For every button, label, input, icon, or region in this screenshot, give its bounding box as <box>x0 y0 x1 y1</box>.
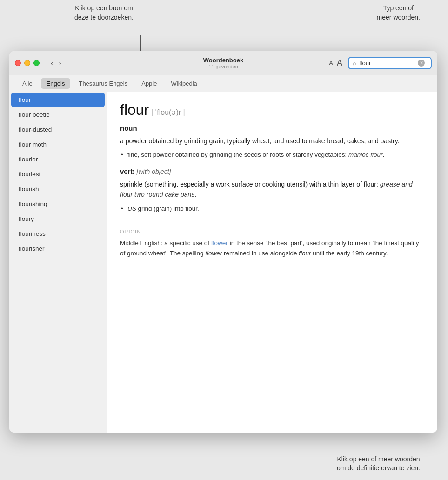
sidebar-item-flour[interactable]: flour <box>11 93 105 107</box>
work-surface-link[interactable]: work surface <box>216 180 253 188</box>
us-label: US <box>127 205 136 212</box>
back-button[interactable]: ‹ <box>49 58 55 68</box>
tab-alle[interactable]: Alle <box>17 78 38 89</box>
font-size-controls: A A <box>329 58 342 68</box>
window-subtitle: 11 gevonden <box>208 64 238 69</box>
verb-label: verb <box>120 167 135 175</box>
increase-font-button[interactable]: A <box>337 58 342 68</box>
sidebar-item-flouriest[interactable]: flouriest <box>11 167 105 181</box>
noun-label: noun <box>120 124 137 132</box>
sidebar-item-flourishing[interactable]: flourishing <box>11 197 105 211</box>
annotation-bottom: Klik op een of meer woorden om de defini… <box>337 455 420 473</box>
titlebar: ‹ › Woordenboek 11 gevonden A A ⌕ ✕ <box>9 51 437 75</box>
noun-example: manioc flour <box>348 151 383 158</box>
annotation-top-right: Typ een of meer woorden. <box>377 4 420 22</box>
search-box: ⌕ ✕ <box>348 57 432 69</box>
flower-italic: flower <box>205 250 222 257</box>
traffic-lights <box>15 60 40 66</box>
pronunciation: | ˈflou(ə)r | <box>151 108 185 116</box>
search-icon: ⌕ <box>353 60 356 67</box>
forward-button[interactable]: › <box>57 58 63 68</box>
flour-italic: flour <box>299 250 311 257</box>
sidebar-item-flouriness[interactable]: flouriness <box>11 227 105 241</box>
verb-bullet-us: US grind (grain) into flour. <box>127 204 424 214</box>
minimize-button[interactable] <box>24 60 30 66</box>
annotation-top-left: Klik op een bron om deze te doorzoeken. <box>74 4 134 22</box>
sidebar-item-flourier[interactable]: flourier <box>11 152 105 167</box>
window-title-area: Woordenboek 11 gevonden <box>203 57 243 69</box>
maximize-button[interactable] <box>33 60 40 66</box>
word-header: flour | ˈflou(ə)r | <box>120 101 424 119</box>
callout-line-bottom <box>379 131 379 438</box>
sidebar-item-flour-beetle[interactable]: flour beetle <box>11 107 105 122</box>
search-input[interactable] <box>359 60 415 67</box>
sidebar-item-flourish[interactable]: flourish <box>11 182 105 196</box>
search-clear-button[interactable]: ✕ <box>418 60 425 67</box>
decrease-font-button[interactable]: A <box>329 60 333 67</box>
verb-qualifier: [with object] <box>137 168 171 175</box>
tab-engels[interactable]: Engels <box>41 78 71 89</box>
sidebar-item-flour-moth[interactable]: flour moth <box>11 137 105 152</box>
noun-bullet-item: fine, soft powder obtained by grinding t… <box>127 150 424 160</box>
close-button[interactable] <box>15 60 21 66</box>
main-content: flour flour beetle flour-dusted flour mo… <box>9 92 437 433</box>
word-heading: flour <box>120 101 149 118</box>
sidebar-item-flourisher[interactable]: flourisher <box>11 241 105 256</box>
tab-wikipedia[interactable]: Wikipedia <box>165 78 202 89</box>
window-title: Woordenboek <box>203 57 243 64</box>
verb-example-1: grease and flour two round cake pans <box>120 180 413 198</box>
flower-link[interactable]: flower <box>211 240 228 247</box>
source-tabs: Alle Engels Thesaurus Engels Apple Wikip… <box>9 75 437 92</box>
nav-buttons: ‹ › <box>49 58 63 68</box>
tab-thesaurus[interactable]: Thesaurus Engels <box>73 78 133 89</box>
definition-panel: flour | ˈflou(ə)r | noun a powder obtain… <box>107 92 437 433</box>
tab-apple[interactable]: Apple <box>136 78 162 89</box>
sidebar-item-floury[interactable]: floury <box>11 212 105 226</box>
sidebar: flour flour beetle flour-dusted flour mo… <box>9 92 107 433</box>
app-window: ‹ › Woordenboek 11 gevonden A A ⌕ ✕ Alle… <box>9 51 437 433</box>
sidebar-item-flour-dusted[interactable]: flour-dusted <box>11 122 105 137</box>
